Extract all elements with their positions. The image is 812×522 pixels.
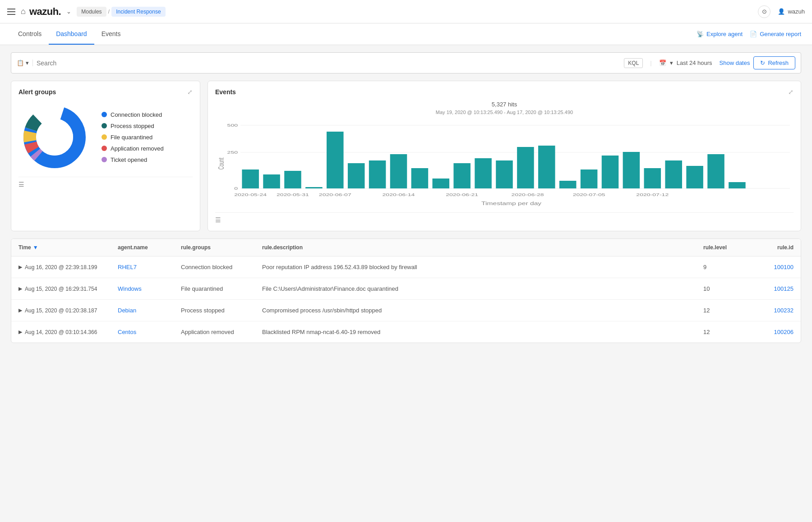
panels-row: Alert groups ⤢	[11, 81, 801, 231]
refresh-button[interactable]: ↻ Refresh	[753, 56, 795, 69]
svg-text:2020-05-24: 2020-05-24	[234, 192, 267, 197]
cell-desc-0: Poor reputation IP address 196.52.43.89 …	[262, 264, 703, 270]
svg-text:2020-07-12: 2020-07-12	[636, 192, 669, 197]
generate-report-button[interactable]: 📄 Generate report	[750, 31, 801, 37]
chart-legend: Connection blocked Process stopped File …	[102, 111, 164, 163]
hamburger-menu[interactable]	[7, 9, 15, 15]
svg-rect-18	[348, 163, 365, 188]
svg-rect-29	[581, 169, 598, 188]
svg-rect-33	[665, 160, 682, 188]
events-panel-header: Events ⤢	[215, 88, 794, 96]
svg-text:2020-06-28: 2020-06-28	[512, 192, 544, 197]
cell-level-2: 12	[703, 307, 748, 314]
tab-dashboard[interactable]: Dashboard	[49, 24, 94, 45]
agent-link-0[interactable]: RHEL7	[118, 264, 137, 270]
rule-id-link-2[interactable]: 100232	[774, 307, 794, 314]
user-menu[interactable]: 👤 wazuh	[778, 8, 805, 15]
chart-hits-label: 5,327 hits	[215, 101, 794, 108]
refresh-label: Refresh	[768, 60, 789, 66]
legend-label-process-stopped: Process stopped	[111, 123, 154, 129]
user-icon: 👤	[778, 8, 785, 15]
home-icon[interactable]: ⌂	[21, 7, 26, 16]
svg-text:2020-05-31: 2020-05-31	[277, 192, 309, 197]
alert-groups-title: Alert groups	[18, 88, 56, 96]
time-header-label: Time	[18, 244, 31, 251]
events-list-icon[interactable]: ☰	[215, 216, 221, 224]
events-panel-bottom: ☰	[215, 212, 794, 224]
svg-rect-19	[369, 160, 386, 188]
list-view-icon[interactable]: ☰	[18, 181, 24, 188]
expand-icon[interactable]: ⤢	[187, 88, 193, 96]
table-row: ▶ Aug 14, 2020 @ 03:10:14.366 Centos App…	[11, 321, 801, 343]
logo-dropdown-icon[interactable]: ⌄	[66, 8, 71, 15]
calendar-icon: 📅	[659, 60, 666, 66]
rule-id-link-0[interactable]: 100100	[774, 264, 794, 270]
legend-dot-connection-blocked	[102, 112, 107, 117]
agent-link-2[interactable]: Debian	[118, 307, 136, 314]
alert-groups-bottom: ☰	[18, 177, 193, 188]
svg-rect-30	[602, 156, 619, 188]
alert-groups-header: Alert groups ⤢	[18, 88, 193, 96]
svg-rect-22	[433, 179, 450, 188]
svg-rect-28	[559, 181, 577, 188]
table-row: ▶ Aug 15, 2020 @ 01:20:38.187 Debian Pro…	[11, 300, 801, 321]
legend-dot-process-stopped	[102, 123, 107, 128]
agent-link-3[interactable]: Centos	[118, 329, 136, 335]
settings-icon[interactable]: ⊙	[758, 5, 770, 18]
explore-agent-button[interactable]: 📡 Explore agent	[697, 31, 743, 37]
rule-id-link-3[interactable]: 100206	[774, 329, 794, 335]
events-table: Time ▼ agent.name rule.groups rule.descr…	[11, 238, 801, 343]
cell-agent-3: Centos	[118, 329, 181, 335]
col-header-groups: rule.groups	[181, 244, 262, 251]
agent-link-1[interactable]: Windows	[118, 285, 142, 292]
cell-level-3: 12	[703, 329, 748, 335]
cell-desc-3: Blacklisted RPM nmap-ncat-6.40-19 remove…	[262, 329, 703, 335]
svg-rect-20	[390, 154, 407, 188]
search-type-dropdown[interactable]: 📋 ▾	[17, 60, 33, 66]
cell-time-3: ▶ Aug 14, 2020 @ 03:10:14.366	[18, 329, 118, 335]
cell-groups-0: Connection blocked	[181, 264, 262, 270]
svg-rect-16	[305, 187, 323, 188]
legend-label-file-quarantined: File quarantined	[111, 134, 152, 141]
explore-agent-label: Explore agent	[706, 31, 743, 37]
col-header-level: rule.level	[703, 244, 748, 251]
cell-agent-1: Windows	[118, 285, 181, 292]
row-expand-2[interactable]: ▶	[18, 307, 22, 313]
svg-text:2020-07-05: 2020-07-05	[573, 192, 605, 197]
row-expand-0[interactable]: ▶	[18, 264, 22, 270]
search-input[interactable]	[37, 60, 620, 67]
row-expand-3[interactable]: ▶	[18, 329, 22, 335]
col-header-id: rule.id	[748, 244, 794, 251]
rule-id-link-1[interactable]: 100125	[774, 285, 794, 292]
legend-label-ticket-opened: Ticket opened	[111, 156, 147, 163]
dropdown-chevron-icon: ▾	[26, 60, 29, 66]
search-bar: 📋 ▾ KQL | 📅 ▾ Last 24 hours Show dates ↻…	[11, 52, 801, 73]
breadcrumb-modules[interactable]: Modules	[77, 7, 106, 17]
events-expand-icon[interactable]: ⤢	[788, 88, 794, 96]
cell-agent-0: RHEL7	[118, 264, 181, 270]
svg-point-5	[36, 119, 73, 156]
kql-badge[interactable]: KQL	[624, 58, 643, 68]
table-row: ▶ Aug 16, 2020 @ 22:39:18.199 RHEL7 Conn…	[11, 256, 801, 278]
tab-events[interactable]: Events	[94, 24, 128, 45]
breadcrumb-current[interactable]: Incident Response	[111, 7, 165, 17]
sort-arrow-icon: ▼	[33, 244, 38, 251]
refresh-icon: ↻	[760, 60, 765, 66]
svg-rect-35	[707, 154, 724, 188]
date-picker[interactable]: 📅 ▾ Last 24 hours	[659, 60, 712, 66]
svg-rect-27	[538, 146, 555, 188]
show-dates-button[interactable]: Show dates	[720, 60, 750, 66]
report-icon: 📄	[750, 31, 757, 37]
generate-report-label: Generate report	[760, 31, 801, 37]
svg-rect-32	[644, 168, 661, 188]
cell-id-2: 100232	[748, 307, 794, 314]
cell-groups-2: Process stopped	[181, 307, 262, 314]
svg-text:500: 500	[227, 123, 238, 128]
events-title: Events	[215, 88, 236, 96]
col-header-time[interactable]: Time ▼	[18, 244, 118, 251]
legend-item-process-stopped: Process stopped	[102, 123, 164, 129]
secondary-navigation: Controls Dashboard Events 📡 Explore agen…	[0, 23, 812, 45]
nav-tabs: Controls Dashboard Events	[11, 24, 128, 45]
row-expand-1[interactable]: ▶	[18, 286, 22, 292]
tab-controls[interactable]: Controls	[11, 24, 49, 45]
